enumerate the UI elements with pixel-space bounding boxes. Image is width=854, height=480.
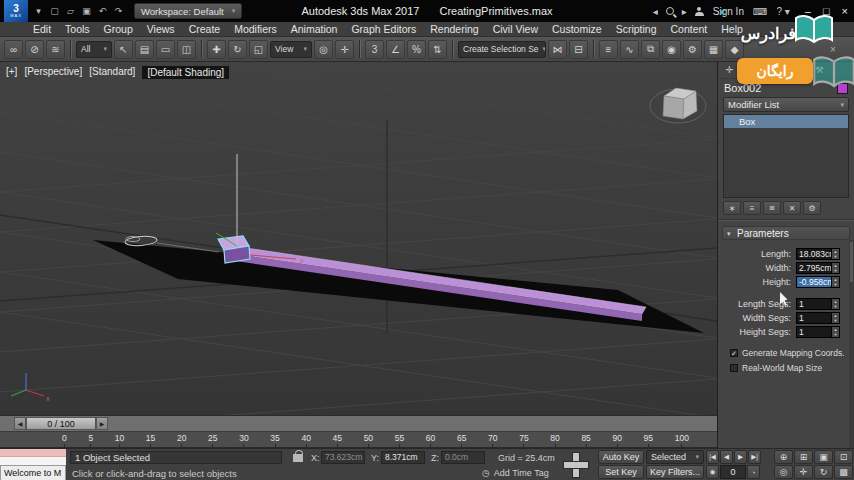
key-selection-dropdown[interactable]: ▾ Selected <box>646 450 704 464</box>
spinner[interactable]: ▲▼ <box>831 249 839 259</box>
zoom-icon[interactable]: ⊕ <box>774 450 793 464</box>
add-time-tag[interactable]: ◷ Add Time Tag <box>482 468 549 478</box>
selection-filter-dropdown[interactable]: All▾ <box>76 41 112 58</box>
move-icon[interactable]: ✚ <box>207 40 226 59</box>
spinner-down-icon[interactable]: ▼ <box>832 254 839 259</box>
viewport-menu-view[interactable]: [Perspective] <box>24 66 82 79</box>
spinner-snap-icon[interactable]: ⇅ <box>428 40 447 59</box>
maxscript-listener-pink[interactable] <box>0 449 66 457</box>
spinner[interactable]: ▲▼ <box>831 313 839 323</box>
param-field[interactable]: 1▲▼ <box>796 298 840 310</box>
view-cube[interactable] <box>650 88 706 123</box>
menu-content[interactable]: Content <box>663 23 714 35</box>
selection-lock-icon[interactable] <box>293 454 303 462</box>
redo-icon[interactable]: ↷ <box>111 3 126 19</box>
save-file-icon[interactable]: ▣ <box>79 3 94 19</box>
menu-tools[interactable]: Tools <box>58 23 97 35</box>
schematic-view-icon[interactable]: ⧉ <box>641 40 660 59</box>
time-slider-track[interactable]: ◀ 0 / 100 ▶ <box>0 415 717 431</box>
app-logo[interactable]: 3 MAX <box>4 0 28 22</box>
next-frame-arrow[interactable]: ▶ <box>96 417 108 430</box>
menu-edit[interactable]: Edit <box>26 23 58 35</box>
go-to-start-button[interactable]: |◀ <box>706 450 719 464</box>
spinner[interactable]: ▲▼ <box>831 299 839 309</box>
select-by-name-icon[interactable]: ▤ <box>135 40 154 59</box>
make-unique-button[interactable]: ⧈ <box>763 201 781 215</box>
checkbox-checked[interactable]: ✓ <box>730 349 738 357</box>
spinner-down-icon[interactable]: ▼ <box>832 268 839 273</box>
viewport-menu-standard[interactable]: [Standard] <box>89 66 135 79</box>
key-mode-toggle[interactable]: ◉ <box>706 465 719 479</box>
pan-icon[interactable]: ✛ <box>794 465 813 479</box>
overlay-close-icon[interactable]: × <box>719 6 725 18</box>
spinner-down-icon[interactable]: ▼ <box>832 304 839 309</box>
modifier-stack[interactable]: Box <box>723 114 849 198</box>
orbit-icon[interactable]: ↻ <box>814 465 833 479</box>
spinner-down-icon[interactable]: ▼ <box>832 282 839 287</box>
select-object-icon[interactable]: ↖ <box>114 40 133 59</box>
previous-frame-button[interactable]: ◀ <box>720 450 733 464</box>
param-field[interactable]: -0.958cm▲▼ <box>796 276 840 288</box>
scale-icon[interactable]: ◱ <box>249 40 268 59</box>
plane-object[interactable] <box>93 240 704 333</box>
workspace-dropdown[interactable]: Workspace: Default ▾ <box>134 3 242 19</box>
go-to-end-button[interactable]: ▶| <box>748 450 761 464</box>
spinner[interactable]: ▲▼ <box>831 277 839 287</box>
undo-icon[interactable]: ↶ <box>95 3 110 19</box>
spinner-down-icon[interactable]: ▼ <box>832 332 839 337</box>
bind-to-spacewarp-icon[interactable]: ≋ <box>46 40 65 59</box>
param-field[interactable]: 2.795cm▲▼ <box>796 262 840 274</box>
spinner-down-icon[interactable]: ▼ <box>832 318 839 323</box>
set-key-button[interactable]: Set Key <box>598 465 644 479</box>
help-menu[interactable]: ? ▾ <box>776 6 789 17</box>
panel-scrollbar[interactable] <box>849 240 854 448</box>
application-menu-icon[interactable]: ▾ <box>31 3 46 19</box>
search-next-icon[interactable]: ▸ <box>682 6 687 17</box>
zoom-region-icon[interactable]: ◎ <box>774 465 793 479</box>
menu-scripting[interactable]: Scripting <box>609 23 664 35</box>
perspective-viewport[interactable]: [+] [Perspective] [Standard] [Default Sh… <box>0 62 717 415</box>
zoom-extents-all-icon[interactable]: ⊡ <box>834 450 853 464</box>
menu-animation[interactable]: Animation <box>284 23 345 35</box>
param-field[interactable]: 18.083cm▲▼ <box>796 248 840 260</box>
spinner[interactable]: ▲▼ <box>831 263 839 273</box>
previous-frame-arrow[interactable]: ◀ <box>14 417 26 430</box>
viewport-menu-plus[interactable]: [+] <box>6 66 17 79</box>
time-configuration-button[interactable]: ◔ <box>747 465 760 479</box>
zoom-all-icon[interactable]: ⊞ <box>794 450 813 464</box>
snap-toggle-3d-icon[interactable]: 3 <box>365 40 384 59</box>
zoom-extents-icon[interactable]: ▣ <box>814 450 833 464</box>
search-prev-icon[interactable]: ◂ <box>653 6 658 17</box>
track-bar[interactable]: 0510152025303540455055606570758085909510… <box>0 431 717 448</box>
show-end-result-button[interactable]: ≡ <box>743 201 761 215</box>
reference-coordinate-dropdown[interactable]: View▾ <box>270 41 312 58</box>
rectangular-region-icon[interactable]: ▭ <box>156 40 175 59</box>
auto-key-button[interactable]: Auto Key <box>598 450 644 464</box>
time-slider-grip[interactable]: 0 / 100 <box>26 417 96 430</box>
named-selection-set-dropdown[interactable]: Create Selection Se▾ <box>458 41 546 58</box>
watermark-close-icon[interactable]: × <box>830 44 836 55</box>
spinner[interactable]: ▲▼ <box>831 327 839 337</box>
use-center-icon[interactable]: ◎ <box>314 40 333 59</box>
layer-manager-icon[interactable]: ≡ <box>599 40 618 59</box>
render-setup-icon[interactable]: ⚙ <box>683 40 702 59</box>
menu-rendering[interactable]: Rendering <box>423 23 485 35</box>
pin-stack-button[interactable]: ∗ <box>723 201 741 215</box>
configure-modifier-sets-button[interactable]: ⚙ <box>803 201 821 215</box>
close-button[interactable]: × <box>842 5 848 17</box>
select-and-link-icon[interactable]: ∞ <box>4 40 23 59</box>
material-editor-icon[interactable]: ◉ <box>662 40 681 59</box>
new-scene-icon[interactable]: ▢ <box>47 3 62 19</box>
checkbox-unchecked[interactable] <box>730 364 738 372</box>
parameters-rollout-header[interactable]: ▾ Parameters <box>722 226 850 240</box>
menu-group[interactable]: Group <box>97 23 140 35</box>
rotate-icon[interactable]: ↻ <box>228 40 247 59</box>
search-icon[interactable] <box>666 7 674 15</box>
frame-field[interactable]: 0 <box>720 465 746 479</box>
menu-graph-editors[interactable]: Graph Editors <box>344 23 423 35</box>
user-icon[interactable] <box>695 7 704 16</box>
welcome-button[interactable]: Welcome to M <box>0 465 66 480</box>
time-slider-handle[interactable]: ◀ 0 / 100 ▶ <box>14 417 108 430</box>
viewport-menu-shading[interactable]: [Default Shading] <box>142 66 229 79</box>
menu-customize[interactable]: Customize <box>545 23 609 35</box>
